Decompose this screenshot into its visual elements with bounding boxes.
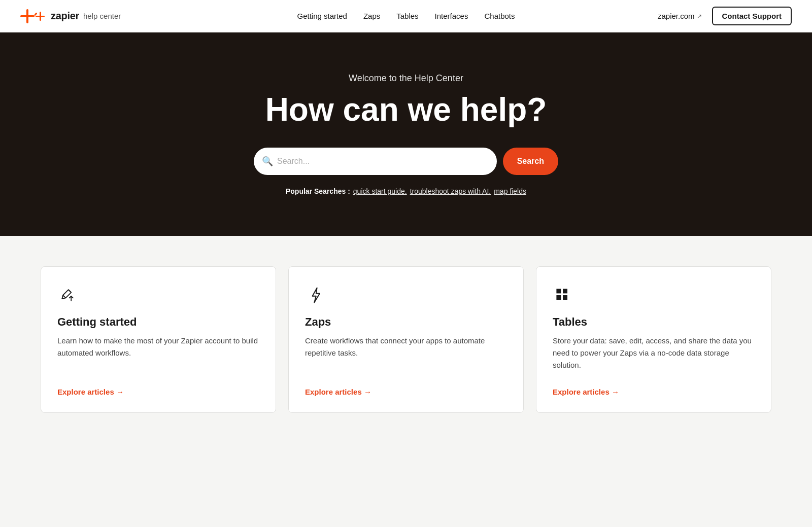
card-link-getting-started[interactable]: Explore articles → bbox=[57, 388, 259, 396]
logo-subtext: help center bbox=[83, 12, 121, 20]
header-right: zapier.com ↗ Contact Support bbox=[658, 7, 792, 25]
search-input-wrapper: 🔍 bbox=[254, 148, 497, 175]
card-getting-started[interactable]: Getting started Learn how to make the mo… bbox=[41, 266, 276, 413]
contact-support-button[interactable]: Contact Support bbox=[712, 7, 792, 25]
card-icon-tables bbox=[553, 285, 573, 305]
site-header: zapier help center Getting started Zaps … bbox=[0, 0, 812, 32]
card-title-getting-started: Getting started bbox=[57, 315, 259, 329]
search-form: 🔍 Search bbox=[254, 148, 558, 175]
popular-link-troubleshoot[interactable]: troubleshoot zaps with AI, bbox=[410, 187, 491, 195]
search-input[interactable] bbox=[254, 148, 497, 175]
card-tables[interactable]: Tables Store your data: save, edit, acce… bbox=[536, 266, 771, 413]
zapier-com-link[interactable]: zapier.com ↗ bbox=[658, 12, 702, 20]
hero-title: How can we help? bbox=[265, 92, 547, 127]
hero-subtitle: Welcome to the Help Center bbox=[349, 73, 463, 84]
external-link-icon: ↗ bbox=[697, 13, 702, 20]
popular-searches: Popular Searches : quick start guide, tr… bbox=[286, 187, 526, 195]
card-desc-getting-started: Learn how to make the most of your Zapie… bbox=[57, 335, 259, 371]
card-zaps[interactable]: Zaps Create workflows that connect your … bbox=[288, 266, 524, 413]
nav-chatbots[interactable]: Chatbots bbox=[484, 12, 515, 20]
logo[interactable]: zapier help center bbox=[20, 9, 121, 23]
category-cards-section: Getting started Learn how to make the mo… bbox=[0, 236, 812, 443]
svg-rect-8 bbox=[556, 295, 561, 300]
svg-rect-4 bbox=[40, 12, 41, 21]
search-icon: 🔍 bbox=[262, 156, 273, 167]
card-title-zaps: Zaps bbox=[305, 315, 507, 329]
card-desc-tables: Store your data: save, edit, access, and… bbox=[553, 335, 755, 371]
popular-link-map-fields[interactable]: map fields bbox=[494, 187, 526, 195]
nav-tables[interactable]: Tables bbox=[396, 12, 418, 20]
search-button[interactable]: Search bbox=[503, 148, 558, 175]
card-desc-zaps: Create workflows that connect your apps … bbox=[305, 335, 507, 371]
card-link-tables[interactable]: Explore articles → bbox=[553, 388, 755, 396]
popular-link-quick-start[interactable]: quick start guide, bbox=[353, 187, 407, 195]
nav-getting-started[interactable]: Getting started bbox=[297, 12, 347, 20]
nav-interfaces[interactable]: Interfaces bbox=[435, 12, 468, 20]
zapier-logo-icon bbox=[20, 9, 47, 23]
svg-rect-7 bbox=[563, 289, 567, 294]
svg-rect-9 bbox=[563, 295, 567, 300]
card-icon-getting-started bbox=[57, 285, 78, 305]
header-left: zapier help center bbox=[20, 9, 121, 23]
logo-wordmark: zapier bbox=[51, 10, 79, 22]
main-nav: Getting started Zaps Tables Interfaces C… bbox=[297, 12, 515, 20]
card-icon-zaps bbox=[305, 285, 325, 305]
popular-searches-label: Popular Searches : bbox=[286, 187, 350, 195]
card-link-zaps[interactable]: Explore articles → bbox=[305, 388, 507, 396]
svg-rect-1 bbox=[26, 9, 28, 23]
svg-rect-5 bbox=[35, 12, 38, 18]
svg-rect-6 bbox=[556, 289, 561, 294]
nav-zaps[interactable]: Zaps bbox=[363, 12, 380, 20]
card-title-tables: Tables bbox=[553, 315, 755, 329]
hero-section: Welcome to the Help Center How can we he… bbox=[0, 32, 812, 236]
